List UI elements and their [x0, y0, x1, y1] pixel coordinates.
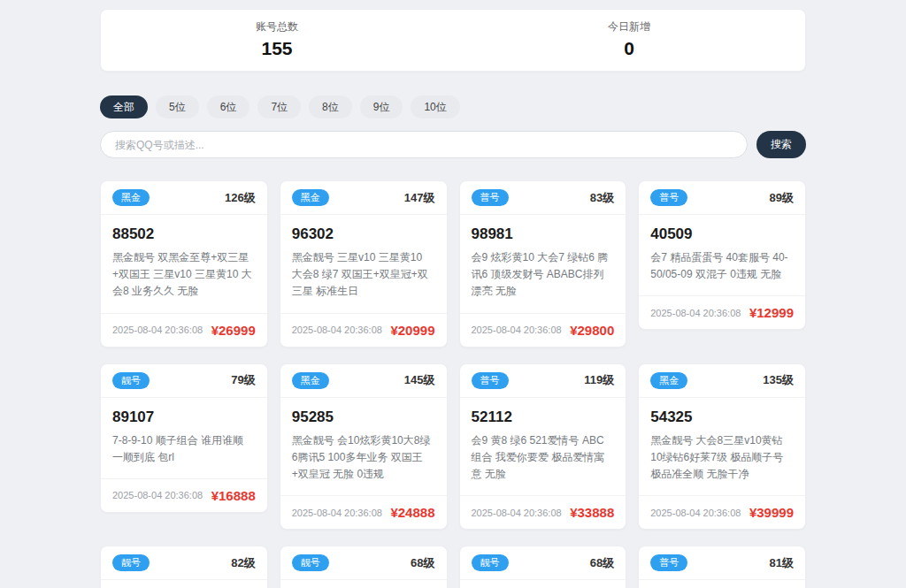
- filter-tab-8-digit[interactable]: 8位: [309, 95, 352, 118]
- account-card[interactable]: 黑金 126级 88502 黑金靓号 双黑金至尊+双三星+双国王 三星v10 三…: [100, 180, 268, 347]
- listing-date: 2025-08-04 20:36:08: [472, 508, 562, 518]
- account-level: 126级: [225, 190, 256, 206]
- price: ¥12999: [749, 305, 794, 320]
- account-level: 135级: [763, 372, 794, 388]
- card-body: 52112 会9 黄8 绿6 521爱情号 ABC组合 我爱你要爱 极品爱情寓意…: [460, 398, 626, 496]
- filter-tab-all[interactable]: 全部: [100, 95, 148, 118]
- card-header: 靓号 68级: [460, 546, 626, 580]
- account-card[interactable]: 黑金 147级 96302 黑金靓号 三星v10 三星黄10 大会8 绿7 双国…: [280, 180, 448, 347]
- price: ¥33888: [570, 505, 614, 520]
- card-footer: 2025-08-04 20:36:08 ¥39999: [639, 495, 805, 529]
- account-type-badge: 普号: [472, 372, 509, 389]
- card-footer: 2025-08-04 20:36:08 ¥24888: [280, 495, 447, 529]
- account-card-grid: 黑金 126级 88502 黑金靓号 双黑金至尊+双三星+双国王 三星v10 三…: [100, 180, 806, 588]
- digit-filter-tabs: 全部 5位 6位 7位 8位 9位 10位: [100, 95, 806, 118]
- card-header: 靓号 82级: [101, 546, 267, 580]
- card-footer: 2025-08-04 20:36:08 ¥16888: [101, 478, 267, 512]
- filter-tab-7-digit[interactable]: 7位: [257, 95, 301, 118]
- account-type-badge: 靓号: [112, 554, 150, 571]
- card-body: 22936 会9 0违规 AA开 爱爱就想妞 爱情寓意: [639, 580, 805, 588]
- card-body: 95285 黑金靓号 会10炫彩黄10大8绿6腾讯5 100多年业务 双国王+双…: [280, 398, 447, 496]
- account-card[interactable]: 普号 89级 40509 会7 精品蛋蛋号 40套服号 40-50/05-09 …: [638, 180, 806, 330]
- qq-number: 54325: [650, 409, 794, 426]
- account-type-badge: 黑金: [112, 189, 150, 206]
- listing-date: 2025-08-04 20:36:08: [112, 490, 203, 500]
- card-header: 普号 81级: [639, 546, 805, 580]
- stat-today-label: 今日新增: [453, 19, 805, 34]
- card-header: 黑金 126级: [101, 181, 267, 215]
- card-header: 普号 119级: [460, 364, 626, 398]
- card-body: 88502 黑金靓号 双黑金至尊+双三星+双国王 三星v10 三星黄10 大会8…: [101, 215, 267, 313]
- price: ¥26999: [211, 323, 256, 338]
- search-bar: 搜索: [100, 131, 806, 158]
- card-body: 40509 会7 精品蛋蛋号 40套服号 40-50/05-09 双混子 0违规…: [639, 215, 805, 295]
- card-footer: 2025-08-04 20:36:08 ¥33888: [460, 495, 626, 529]
- account-card[interactable]: 普号 119级 52112 会9 黄8 绿6 521爱情号 ABC组合 我爱你要…: [459, 363, 627, 531]
- card-body: 52560 会6 微信满次数 52-56递增 525回旋开 无脸: [280, 580, 447, 588]
- card-header: 黑金 147级: [280, 181, 447, 215]
- account-card[interactable]: 普号 83级 98981 会9 炫彩黄10 大会7 绿钻6 腾讯6 顶级发财号 …: [459, 180, 627, 347]
- card-body: 54325 黑金靓号 大会8三星v10黄钻10绿钻6好莱7级 极品顺子号 极品准…: [639, 398, 805, 496]
- account-description: 黑金靓号 三星v10 三星黄10 大会8 绿7 双国王+双皇冠+双三星 标准生日: [292, 249, 435, 301]
- price: ¥39999: [749, 505, 794, 520]
- card-body: 65268 会8 微信满次数 65-68递增 圆润号 0违规: [460, 580, 626, 588]
- stat-total-label: 账号总数: [101, 19, 453, 34]
- price: ¥24888: [390, 505, 434, 520]
- account-level: 79级: [231, 372, 255, 388]
- account-card[interactable]: 靓号 82级 37396 会员8级 微信满次数 37-39递增 干净 无脸 0违…: [100, 546, 268, 588]
- filter-tab-5-digit[interactable]: 5位: [156, 95, 199, 118]
- account-card[interactable]: 黑金 135级 54325 黑金靓号 大会8三星v10黄钻10绿钻6好莱7级 极…: [638, 363, 806, 531]
- account-level: 82级: [231, 555, 255, 571]
- account-type-badge: 靓号: [472, 554, 509, 571]
- account-type-badge: 黑金: [650, 372, 687, 389]
- stat-today-new: 今日新增 0: [453, 19, 805, 59]
- account-card[interactable]: 靓号 68级 52560 会6 微信满次数 52-56递增 525回旋开 无脸 …: [280, 546, 448, 588]
- listing-date: 2025-08-04 20:36:08: [112, 325, 203, 335]
- account-card[interactable]: 黑金 145级 95285 黑金靓号 会10炫彩黄10大8绿6腾讯5 100多年…: [280, 363, 448, 531]
- qq-number: 96302: [292, 225, 435, 243]
- price: ¥20999: [390, 323, 434, 338]
- listing-date: 2025-08-04 20:36:08: [650, 508, 741, 518]
- account-description: 黑金靓号 大会8三星v10黄钻10绿钻6好莱7级 极品顺子号 极品准全顺 无脸干…: [650, 432, 794, 484]
- qq-number: 40509: [650, 225, 794, 243]
- account-description: 7-8-9-10 顺子组合 谁用谁顺 一顺到底 包rl: [112, 432, 256, 466]
- account-type-badge: 普号: [650, 554, 687, 571]
- card-header: 靓号 68级: [280, 546, 447, 580]
- search-button[interactable]: 搜索: [756, 131, 806, 158]
- account-level: 145级: [404, 372, 435, 388]
- account-level: 147级: [404, 190, 435, 206]
- account-description: 会9 黄8 绿6 521爱情号 ABC组合 我爱你要爱 极品爱情寓意 无脸: [472, 432, 615, 484]
- stat-total-accounts: 账号总数 155: [101, 19, 453, 59]
- qq-number: 95285: [292, 409, 435, 426]
- card-body: 89107 7-8-9-10 顺子组合 谁用谁顺 一顺到底 包rl: [101, 398, 267, 478]
- card-header: 普号 89级: [639, 181, 805, 215]
- account-level: 89级: [770, 190, 794, 206]
- account-description: 黑金靓号 双黑金至尊+双三星+双国王 三星v10 三星黄10 大会8 业务久久 …: [112, 249, 256, 301]
- account-card[interactable]: 靓号 79级 89107 7-8-9-10 顺子组合 谁用谁顺 一顺到底 包rl…: [100, 363, 268, 513]
- account-type-badge: 黑金: [292, 372, 329, 389]
- card-footer: 2025-08-04 20:36:08 ¥29800: [460, 313, 626, 347]
- qq-number: 88502: [112, 225, 256, 243]
- qq-number: 89107: [112, 409, 256, 426]
- listing-date: 2025-08-04 20:36:08: [292, 508, 382, 518]
- search-input[interactable]: [100, 131, 748, 158]
- listing-date: 2025-08-04 20:36:08: [472, 325, 562, 335]
- card-footer: 2025-08-04 20:36:08 ¥20999: [280, 313, 447, 347]
- listing-date: 2025-08-04 20:36:08: [292, 325, 382, 335]
- account-description: 黑金靓号 会10炫彩黄10大8绿6腾讯5 100多年业务 双国王+双皇冠 无脸 …: [292, 432, 435, 484]
- qq-number: 98981: [472, 225, 615, 243]
- filter-tab-10-digit[interactable]: 10位: [411, 95, 459, 118]
- price: ¥16888: [211, 488, 256, 503]
- account-type-badge: 靓号: [292, 554, 329, 571]
- account-type-badge: 普号: [472, 189, 509, 206]
- account-card[interactable]: 靓号 68级 65268 会8 微信满次数 65-68递增 圆润号 0违规 20…: [459, 546, 627, 588]
- account-card[interactable]: 普号 81级 22936 会9 0违规 AA开 爱爱就想妞 爱情寓意 2025-…: [638, 546, 806, 588]
- account-level: 83级: [590, 190, 614, 206]
- qq-number: 52112: [472, 409, 615, 426]
- card-header: 黑金 145级: [280, 364, 447, 398]
- filter-tab-9-digit[interactable]: 9位: [360, 95, 403, 118]
- filter-tab-6-digit[interactable]: 6位: [207, 95, 250, 118]
- account-type-badge: 黑金: [292, 189, 329, 206]
- stat-today-value: 0: [453, 38, 805, 59]
- account-type-badge: 普号: [650, 189, 687, 206]
